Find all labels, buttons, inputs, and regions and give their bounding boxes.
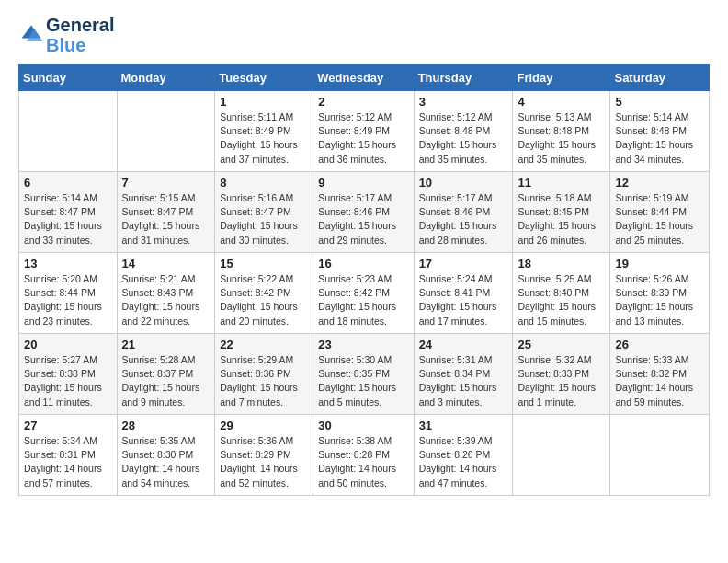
day-number: 8 bbox=[220, 176, 308, 190]
calendar: SundayMondayTuesdayWednesdayThursdayFrid… bbox=[18, 64, 710, 496]
calendar-cell: 31Sunrise: 5:39 AM Sunset: 8:26 PM Dayli… bbox=[414, 415, 513, 496]
day-info: Sunrise: 5:25 AM Sunset: 8:40 PM Dayligh… bbox=[518, 272, 605, 328]
calendar-week-row: 27Sunrise: 5:34 AM Sunset: 8:31 PM Dayli… bbox=[19, 415, 710, 496]
day-of-week-header: Monday bbox=[117, 65, 215, 91]
calendar-cell: 5Sunrise: 5:14 AM Sunset: 8:48 PM Daylig… bbox=[610, 91, 710, 172]
day-number: 17 bbox=[419, 257, 508, 270]
day-number: 26 bbox=[615, 338, 704, 351]
calendar-cell: 20Sunrise: 5:27 AM Sunset: 8:38 PM Dayli… bbox=[19, 334, 118, 415]
day-info: Sunrise: 5:13 AM Sunset: 8:48 PM Dayligh… bbox=[518, 110, 605, 167]
day-info: Sunrise: 5:26 AM Sunset: 8:39 PM Dayligh… bbox=[615, 272, 704, 328]
day-info: Sunrise: 5:35 AM Sunset: 8:30 PM Dayligh… bbox=[122, 434, 210, 490]
day-number: 11 bbox=[518, 176, 605, 190]
calendar-cell: 18Sunrise: 5:25 AM Sunset: 8:40 PM Dayli… bbox=[513, 253, 610, 334]
calendar-cell: 27Sunrise: 5:34 AM Sunset: 8:31 PM Dayli… bbox=[19, 415, 118, 496]
calendar-cell: 11Sunrise: 5:18 AM Sunset: 8:45 PM Dayli… bbox=[513, 172, 610, 253]
day-number: 20 bbox=[24, 338, 112, 351]
day-info: Sunrise: 5:33 AM Sunset: 8:32 PM Dayligh… bbox=[615, 353, 704, 409]
day-number: 12 bbox=[615, 176, 704, 190]
calendar-week-row: 13Sunrise: 5:20 AM Sunset: 8:44 PM Dayli… bbox=[19, 253, 710, 334]
day-number: 24 bbox=[419, 338, 508, 351]
day-info: Sunrise: 5:24 AM Sunset: 8:41 PM Dayligh… bbox=[419, 272, 508, 328]
calendar-cell: 29Sunrise: 5:36 AM Sunset: 8:29 PM Dayli… bbox=[215, 415, 313, 496]
day-number: 6 bbox=[24, 176, 112, 190]
day-info: Sunrise: 5:20 AM Sunset: 8:44 PM Dayligh… bbox=[24, 272, 112, 328]
calendar-cell: 14Sunrise: 5:21 AM Sunset: 8:43 PM Dayli… bbox=[117, 253, 215, 334]
day-info: Sunrise: 5:22 AM Sunset: 8:42 PM Dayligh… bbox=[220, 272, 308, 328]
day-info: Sunrise: 5:12 AM Sunset: 8:49 PM Dayligh… bbox=[318, 110, 408, 167]
calendar-cell: 8Sunrise: 5:16 AM Sunset: 8:47 PM Daylig… bbox=[215, 172, 313, 253]
calendar-cell bbox=[117, 91, 215, 172]
day-number: 31 bbox=[419, 419, 508, 432]
calendar-cell bbox=[513, 415, 610, 496]
day-number: 10 bbox=[419, 176, 508, 190]
day-number: 5 bbox=[615, 95, 704, 109]
header: General Blue bbox=[18, 15, 710, 55]
calendar-week-row: 20Sunrise: 5:27 AM Sunset: 8:38 PM Dayli… bbox=[19, 334, 710, 415]
day-number: 27 bbox=[24, 419, 112, 432]
day-of-week-header: Wednesday bbox=[313, 65, 414, 91]
calendar-cell: 9Sunrise: 5:17 AM Sunset: 8:46 PM Daylig… bbox=[313, 172, 414, 253]
day-number: 28 bbox=[122, 419, 210, 432]
calendar-cell bbox=[610, 415, 710, 496]
calendar-cell: 16Sunrise: 5:23 AM Sunset: 8:42 PM Dayli… bbox=[313, 253, 414, 334]
day-number: 25 bbox=[518, 338, 605, 351]
day-number: 13 bbox=[24, 257, 112, 270]
day-number: 9 bbox=[318, 176, 408, 190]
day-info: Sunrise: 5:17 AM Sunset: 8:46 PM Dayligh… bbox=[419, 191, 508, 247]
day-number: 29 bbox=[220, 419, 308, 432]
day-number: 14 bbox=[122, 257, 210, 270]
day-of-week-header: Thursday bbox=[414, 65, 513, 91]
calendar-cell: 25Sunrise: 5:32 AM Sunset: 8:33 PM Dayli… bbox=[513, 334, 610, 415]
day-info: Sunrise: 5:14 AM Sunset: 8:47 PM Dayligh… bbox=[24, 191, 112, 247]
day-info: Sunrise: 5:31 AM Sunset: 8:34 PM Dayligh… bbox=[419, 353, 508, 409]
calendar-cell: 3Sunrise: 5:12 AM Sunset: 8:48 PM Daylig… bbox=[414, 91, 513, 172]
day-info: Sunrise: 5:17 AM Sunset: 8:46 PM Dayligh… bbox=[318, 191, 408, 247]
day-info: Sunrise: 5:15 AM Sunset: 8:47 PM Dayligh… bbox=[122, 191, 210, 247]
calendar-cell: 2Sunrise: 5:12 AM Sunset: 8:49 PM Daylig… bbox=[313, 91, 414, 172]
calendar-week-row: 1Sunrise: 5:11 AM Sunset: 8:49 PM Daylig… bbox=[19, 91, 710, 172]
day-number: 30 bbox=[318, 419, 408, 432]
day-number: 21 bbox=[122, 338, 210, 351]
day-info: Sunrise: 5:39 AM Sunset: 8:26 PM Dayligh… bbox=[419, 434, 508, 490]
calendar-cell: 19Sunrise: 5:26 AM Sunset: 8:39 PM Dayli… bbox=[610, 253, 710, 334]
day-number: 18 bbox=[518, 257, 605, 270]
day-of-week-header: Sunday bbox=[19, 65, 118, 91]
day-info: Sunrise: 5:32 AM Sunset: 8:33 PM Dayligh… bbox=[518, 353, 605, 409]
day-info: Sunrise: 5:16 AM Sunset: 8:47 PM Dayligh… bbox=[220, 191, 308, 247]
day-info: Sunrise: 5:30 AM Sunset: 8:35 PM Dayligh… bbox=[318, 353, 408, 409]
calendar-cell: 17Sunrise: 5:24 AM Sunset: 8:41 PM Dayli… bbox=[414, 253, 513, 334]
day-info: Sunrise: 5:12 AM Sunset: 8:48 PM Dayligh… bbox=[419, 110, 508, 167]
day-number: 23 bbox=[318, 338, 408, 351]
day-of-week-header: Friday bbox=[513, 65, 610, 91]
calendar-cell: 1Sunrise: 5:11 AM Sunset: 8:49 PM Daylig… bbox=[215, 91, 313, 172]
day-number: 15 bbox=[220, 257, 308, 270]
logo-icon bbox=[18, 22, 44, 48]
page: General Blue SundayMondayTuesdayWednesda… bbox=[0, 0, 728, 563]
calendar-cell: 28Sunrise: 5:35 AM Sunset: 8:30 PM Dayli… bbox=[117, 415, 215, 496]
day-info: Sunrise: 5:27 AM Sunset: 8:38 PM Dayligh… bbox=[24, 353, 112, 409]
day-info: Sunrise: 5:23 AM Sunset: 8:42 PM Dayligh… bbox=[318, 272, 408, 328]
day-number: 1 bbox=[220, 95, 308, 109]
day-info: Sunrise: 5:29 AM Sunset: 8:36 PM Dayligh… bbox=[220, 353, 308, 409]
calendar-cell: 4Sunrise: 5:13 AM Sunset: 8:48 PM Daylig… bbox=[513, 91, 610, 172]
calendar-week-row: 6Sunrise: 5:14 AM Sunset: 8:47 PM Daylig… bbox=[19, 172, 710, 253]
day-info: Sunrise: 5:14 AM Sunset: 8:48 PM Dayligh… bbox=[615, 110, 704, 167]
calendar-cell bbox=[19, 91, 118, 172]
day-info: Sunrise: 5:28 AM Sunset: 8:37 PM Dayligh… bbox=[122, 353, 210, 409]
day-number: 22 bbox=[220, 338, 308, 351]
day-info: Sunrise: 5:11 AM Sunset: 8:49 PM Dayligh… bbox=[220, 110, 308, 167]
day-number: 19 bbox=[615, 257, 704, 270]
day-info: Sunrise: 5:38 AM Sunset: 8:28 PM Dayligh… bbox=[318, 434, 408, 490]
day-number: 7 bbox=[122, 176, 210, 190]
calendar-cell: 21Sunrise: 5:28 AM Sunset: 8:37 PM Dayli… bbox=[117, 334, 215, 415]
day-info: Sunrise: 5:19 AM Sunset: 8:44 PM Dayligh… bbox=[615, 191, 704, 247]
day-info: Sunrise: 5:34 AM Sunset: 8:31 PM Dayligh… bbox=[24, 434, 112, 490]
day-of-week-header: Tuesday bbox=[215, 65, 313, 91]
day-info: Sunrise: 5:18 AM Sunset: 8:45 PM Dayligh… bbox=[518, 191, 605, 247]
calendar-cell: 12Sunrise: 5:19 AM Sunset: 8:44 PM Dayli… bbox=[610, 172, 710, 253]
calendar-cell: 10Sunrise: 5:17 AM Sunset: 8:46 PM Dayli… bbox=[414, 172, 513, 253]
day-number: 16 bbox=[318, 257, 408, 270]
day-number: 2 bbox=[318, 95, 408, 109]
day-info: Sunrise: 5:21 AM Sunset: 8:43 PM Dayligh… bbox=[122, 272, 210, 328]
